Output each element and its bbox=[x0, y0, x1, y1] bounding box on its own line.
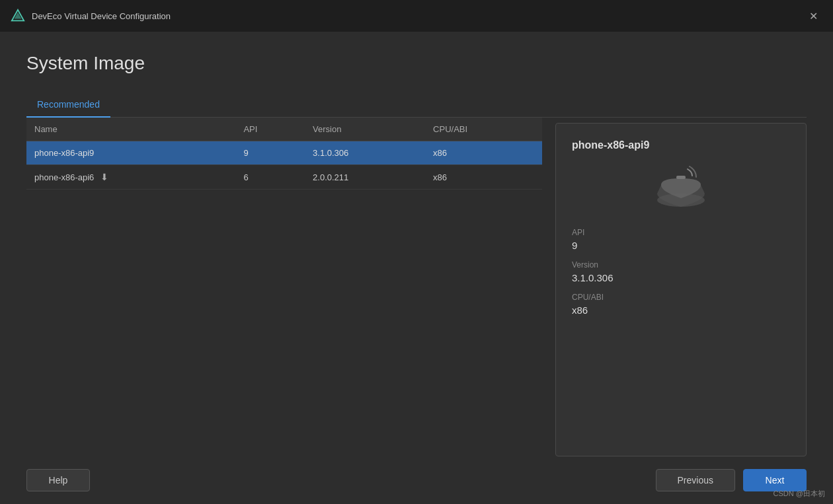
cell-name: phone-x86-api6 ⬇ bbox=[26, 165, 235, 190]
detail-version-value: 3.1.0.306 bbox=[572, 272, 790, 283]
table-row[interactable]: phone-x86-api6 ⬇ 6 2.0.0.211 x86 bbox=[26, 165, 542, 190]
cell-name: phone-x86-api9 bbox=[26, 141, 235, 165]
cell-cpu: x86 bbox=[425, 165, 542, 190]
detail-title: phone-x86-api9 bbox=[572, 139, 649, 151]
device-illustration bbox=[648, 162, 714, 215]
col-header-name: Name bbox=[26, 118, 235, 141]
system-image-table: Name API Version CPU/ABI phone-x86-api9 … bbox=[26, 118, 542, 190]
help-button[interactable]: Help bbox=[26, 469, 90, 491]
detail-api-value: 9 bbox=[572, 240, 790, 251]
detail-version-label: Version bbox=[572, 260, 790, 270]
detail-version-section: Version 3.1.0.306 bbox=[572, 260, 790, 283]
footer-actions: Previous Next bbox=[656, 469, 807, 491]
detail-cpu-value: x86 bbox=[572, 305, 790, 316]
tab-recommended[interactable]: Recommended bbox=[26, 92, 110, 118]
tab-bar: Recommended bbox=[26, 92, 807, 118]
footer: Help Previous Next bbox=[0, 456, 833, 504]
cell-api: 6 bbox=[235, 165, 305, 190]
detail-cpu-section: CPU/ABI x86 bbox=[572, 293, 790, 316]
svg-rect-3 bbox=[676, 176, 686, 179]
download-icon: ⬇ bbox=[100, 172, 108, 182]
cell-version: 3.1.0.306 bbox=[305, 141, 425, 165]
titlebar-title: DevEco Virtual Device Configuration bbox=[32, 11, 804, 21]
cell-api: 9 bbox=[235, 141, 305, 165]
cell-cpu: x86 bbox=[425, 141, 542, 165]
content-area: System Image Recommended Name API Versio… bbox=[0, 32, 833, 456]
detail-cpu-label: CPU/ABI bbox=[572, 293, 790, 302]
table-container[interactable]: Name API Version CPU/ABI phone-x86-api9 … bbox=[26, 118, 542, 456]
detail-panel: phone-x86-api9 bbox=[555, 123, 807, 456]
col-header-api: API bbox=[235, 118, 305, 141]
page-title: System Image bbox=[26, 53, 807, 74]
col-header-cpu: CPU/ABI bbox=[425, 118, 542, 141]
col-header-version: Version bbox=[305, 118, 425, 141]
detail-api-label: API bbox=[572, 228, 790, 237]
table-header-row: Name API Version CPU/ABI bbox=[26, 118, 542, 141]
main-area: Name API Version CPU/ABI phone-x86-api9 … bbox=[26, 118, 807, 456]
app-logo bbox=[11, 9, 25, 23]
cell-version: 2.0.0.211 bbox=[305, 165, 425, 190]
titlebar: DevEco Virtual Device Configuration ✕ bbox=[0, 0, 833, 32]
table-row[interactable]: phone-x86-api9 9 3.1.0.306 x86 bbox=[26, 141, 542, 165]
watermark: CSDN @田本初 bbox=[774, 489, 825, 499]
detail-api-section: API 9 bbox=[572, 228, 790, 251]
main-window: DevEco Virtual Device Configuration ✕ Sy… bbox=[0, 0, 833, 504]
next-button[interactable]: Next bbox=[743, 469, 807, 491]
previous-button[interactable]: Previous bbox=[656, 469, 735, 491]
table-section: Name API Version CPU/ABI phone-x86-api9 … bbox=[26, 118, 542, 456]
close-button[interactable]: ✕ bbox=[804, 7, 822, 25]
